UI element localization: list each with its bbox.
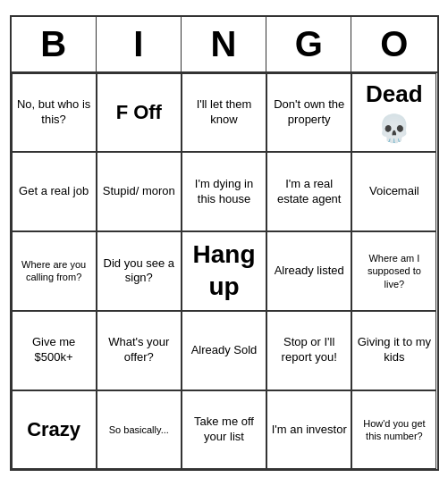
bingo-cell: Already listed bbox=[266, 231, 351, 311]
bingo-cell: No, but who is this? bbox=[12, 73, 97, 153]
bingo-cell: How'd you get this number? bbox=[351, 390, 436, 470]
bingo-cell: F Off bbox=[97, 73, 182, 153]
bingo-cell: Stupid/ moron bbox=[97, 152, 182, 231]
bingo-header: BINGO bbox=[12, 17, 437, 73]
header-letter: G bbox=[266, 17, 351, 71]
header-letter: I bbox=[97, 17, 182, 71]
bingo-cell: I'm an investor bbox=[266, 390, 351, 470]
bingo-cell: Crazy bbox=[12, 390, 97, 470]
bingo-cell: Get a real job bbox=[12, 152, 97, 231]
bingo-cell: Voicemail bbox=[351, 152, 436, 231]
bingo-cell: I'll let them know bbox=[182, 73, 266, 153]
bingo-cell: What's your offer? bbox=[97, 311, 182, 390]
header-letter: B bbox=[12, 17, 97, 71]
bingo-grid: No, but who is this?F OffI'll let them k… bbox=[12, 73, 437, 470]
bingo-cell: Take me off your list bbox=[182, 390, 266, 470]
header-letter: N bbox=[182, 17, 266, 71]
header-letter: O bbox=[351, 17, 436, 71]
skull-icon: 💀 bbox=[366, 111, 423, 146]
bingo-cell: Already Sold bbox=[182, 311, 266, 390]
bingo-cell: So basically... bbox=[97, 390, 182, 470]
bingo-cell: Hang up bbox=[182, 231, 266, 311]
bingo-cell: Giving it to my kids bbox=[351, 311, 436, 390]
bingo-cell: Give me $500k+ bbox=[12, 311, 97, 390]
dead-label: Dead bbox=[366, 80, 423, 107]
bingo-cell: Stop or I'll report you! bbox=[266, 311, 351, 390]
bingo-cell: Dead 💀 bbox=[351, 73, 436, 153]
bingo-card: BINGO No, but who is this?F OffI'll let … bbox=[10, 15, 439, 472]
bingo-cell: Where am I supposed to live? bbox=[351, 231, 436, 311]
bingo-cell: I'm a real estate agent bbox=[266, 152, 351, 231]
bingo-cell: Where are you calling from? bbox=[12, 231, 97, 311]
bingo-cell: Did you see a sign? bbox=[97, 231, 182, 311]
bingo-cell: I'm dying in this house bbox=[182, 152, 266, 231]
bingo-cell: Don't own the property bbox=[266, 73, 351, 153]
